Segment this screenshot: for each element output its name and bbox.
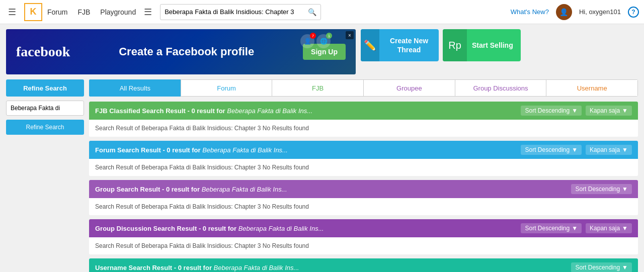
main-content: Refine Search Refine Search All Results … — [0, 79, 644, 272]
group-discussion-kapan-dropdown[interactable]: Kapan saja ▼ — [586, 223, 632, 233]
rupiah-icon: Rp — [443, 29, 467, 61]
header-right: What's New? 👤 Hi, oxygen101 ? — [511, 4, 639, 20]
fjb-result-body: Search Result of Beberapa Fakta di Balik… — [89, 120, 638, 137]
group-discussion-result-section: Group Discussion Search Result - 0 resul… — [89, 219, 638, 254]
refine-search-top-button[interactable]: Refine Search — [6, 79, 84, 97]
forum-result-body: Search Result of Beberapa Fakta di Balik… — [89, 159, 638, 176]
forum-result-section: Forum Search Result - 0 result for Beber… — [89, 141, 638, 176]
group-discussion-result-header: Group Discussion Search Result - 0 resul… — [89, 219, 638, 237]
main-nav: Forum FJB Playground — [47, 8, 136, 16]
group-discussion-result-title: Group Discussion Search Result - 0 resul… — [95, 225, 324, 232]
fjb-kapan-dropdown[interactable]: Kapan saja ▼ — [586, 106, 632, 116]
ad-icons: 👤 7 🌐 1 — [300, 34, 331, 48]
ad-user-icon: 👤 7 — [300, 34, 314, 48]
search-bar: 🔍 — [160, 4, 321, 20]
fjb-result-title: FJB Classified Search Result - 0 result … — [95, 107, 312, 115]
header: ☰ K Forum FJB Playground ☰ 🔍 What's New?… — [0, 0, 644, 24]
sidebar-refine-button[interactable]: Refine Search — [6, 120, 84, 135]
forum-result-header: Forum Search Result - 0 result for Beber… — [89, 141, 638, 159]
tab-forum[interactable]: Forum — [181, 79, 272, 97]
ad-text: Create a Facebook profile — [80, 45, 293, 58]
sidebar: Refine Search Refine Search — [6, 79, 84, 272]
nav-fjb[interactable]: FJB — [77, 8, 90, 16]
group-result-controls: Sort Descending ▼ — [571, 184, 632, 194]
start-selling-label: Start Selling — [467, 41, 518, 50]
tab-fjb[interactable]: FJB — [272, 79, 363, 97]
search-icon[interactable]: 🔍 — [308, 8, 316, 16]
fjb-sort-dropdown[interactable]: Sort Descending ▼ — [521, 106, 582, 116]
username-sort-dropdown[interactable]: Sort Descending ▼ — [571, 262, 632, 272]
group-discussion-result-controls: Sort Descending ▼ Kapan saja ▼ — [521, 223, 632, 233]
avatar[interactable]: 👤 — [556, 4, 572, 20]
user-name[interactable]: Hi, oxygen101 — [579, 8, 621, 16]
whats-new-link[interactable]: What's New? — [511, 8, 549, 16]
create-thread-button[interactable]: ✏️ Create New Thread — [361, 29, 439, 61]
forum-kapan-dropdown[interactable]: Kapan saja ▼ — [586, 145, 632, 155]
results-area: All Results Forum FJB Groupee Group Disc… — [89, 79, 638, 272]
content-row: facebook Create a Facebook profile Sign … — [0, 24, 644, 79]
tab-groupee[interactable]: Groupee — [363, 79, 455, 97]
tab-group-discussions[interactable]: Group Discussions — [455, 79, 546, 97]
fjb-result-header: FJB Classified Search Result - 0 result … — [89, 102, 638, 120]
fb-logo: facebook — [16, 44, 70, 60]
group-result-section: Group Search Result - 0 result for Beber… — [89, 180, 638, 215]
pencil-icon: ✏️ — [361, 29, 379, 61]
fjb-result-section: FJB Classified Search Result - 0 result … — [89, 102, 638, 137]
group-discussion-sort-dropdown[interactable]: Sort Descending ▼ — [521, 223, 582, 233]
search-input[interactable] — [165, 8, 305, 16]
username-result-header: Username Search Result - 0 result for Be… — [89, 258, 638, 272]
start-selling-button[interactable]: Rp Start Selling — [443, 29, 521, 61]
create-thread-label: Create New Thread — [379, 36, 439, 54]
hamburger-icon[interactable]: ☰ — [5, 5, 19, 20]
username-result-title: Username Search Result - 0 result for Be… — [95, 264, 299, 271]
sidebar-search-input[interactable] — [6, 101, 84, 116]
forum-result-controls: Sort Descending ▼ Kapan saja ▼ — [521, 145, 632, 155]
forum-sort-dropdown[interactable]: Sort Descending ▼ — [521, 145, 582, 155]
ad-close-button[interactable]: × — [346, 31, 354, 39]
group-sort-dropdown[interactable]: Sort Descending ▼ — [571, 184, 632, 194]
group-result-title: Group Search Result - 0 result for Beber… — [95, 186, 287, 193]
fjb-result-controls: Sort Descending ▼ Kapan saja ▼ — [521, 106, 632, 116]
username-result-section: Username Search Result - 0 result for Be… — [89, 258, 638, 272]
action-buttons: ✏️ Create New Thread Rp Start Selling — [361, 29, 638, 61]
tabs: All Results Forum FJB Groupee Group Disc… — [89, 79, 638, 97]
tab-username[interactable]: Username — [546, 79, 638, 97]
help-icon[interactable]: ? — [628, 7, 639, 18]
group-result-header: Group Search Result - 0 result for Beber… — [89, 180, 638, 198]
group-discussion-result-body: Search Result of Beberapa Fakta di Balik… — [89, 237, 638, 254]
tab-all-results[interactable]: All Results — [89, 79, 181, 97]
logo[interactable]: K — [24, 3, 42, 21]
menu-icon[interactable]: ☰ — [141, 5, 155, 20]
ad-banner: facebook Create a Facebook profile Sign … — [6, 29, 356, 74]
username-result-controls: Sort Descending ▼ — [571, 262, 632, 272]
forum-result-title: Forum Search Result - 0 result for Beber… — [95, 146, 288, 154]
group-result-body: Search Result of Beberapa Fakta di Balik… — [89, 198, 638, 215]
ad-globe-icon: 🌐 1 — [316, 34, 331, 48]
action-btn-row: ✏️ Create New Thread Rp Start Selling — [361, 29, 638, 61]
nav-playground[interactable]: Playground — [100, 8, 136, 16]
nav-forum[interactable]: Forum — [47, 8, 67, 16]
